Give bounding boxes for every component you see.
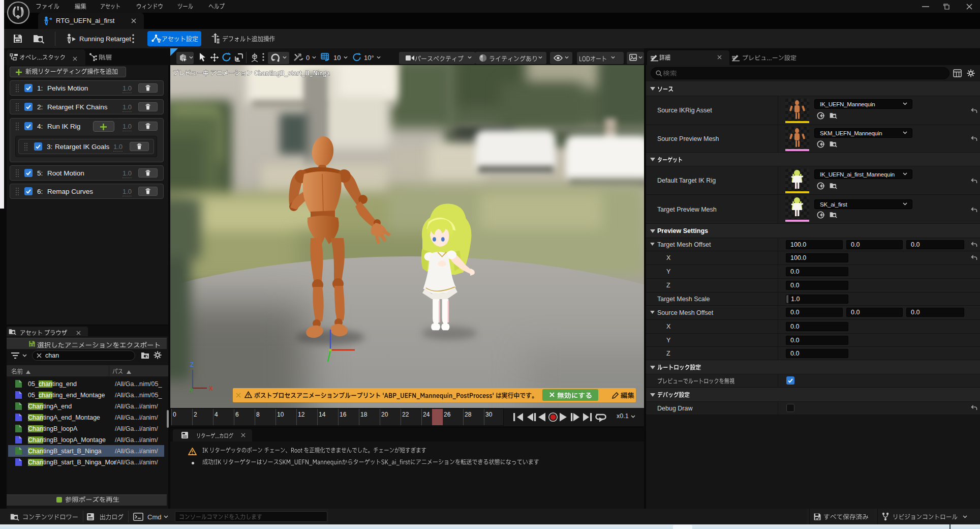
svg-text:Z: Z: [190, 361, 194, 368]
svg-text:Y: Y: [190, 388, 194, 393]
svg-text:X: X: [209, 385, 213, 392]
